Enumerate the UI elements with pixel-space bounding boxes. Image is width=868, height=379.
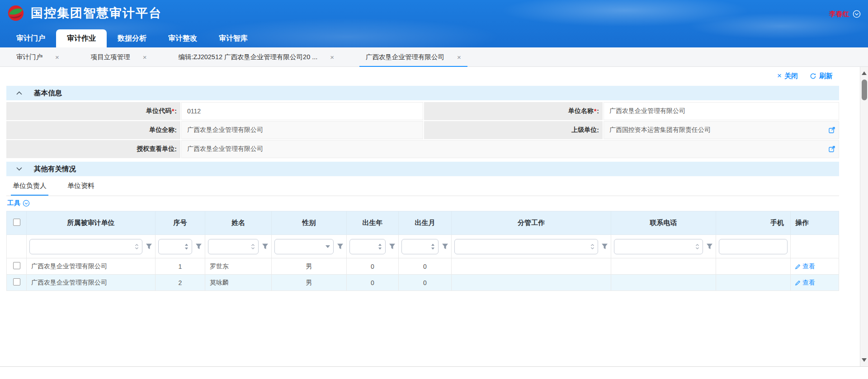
filter-funnel-icon[interactable] — [146, 243, 152, 250]
filter-seq-input[interactable] — [158, 239, 192, 254]
user-menu[interactable]: 李春红 — [829, 8, 861, 19]
filter-funnel-icon[interactable] — [195, 243, 202, 250]
tab-edit-project[interactable]: 编辑:ZJ202512 广西农垦企业管理有限公司20 ... × — [172, 47, 341, 66]
auth-view-unit-field[interactable]: 广西农垦企业管理有限公司 — [181, 140, 839, 158]
row-checkbox[interactable] — [13, 262, 20, 269]
filter-mobile-input[interactable] — [719, 239, 788, 254]
open-external-icon[interactable] — [829, 127, 835, 133]
chevron-up-icon — [16, 91, 22, 95]
unit-code-field[interactable]: 0112 — [181, 102, 423, 120]
filter-birth-month-input[interactable] — [401, 239, 439, 254]
pencil-icon — [795, 264, 801, 269]
cell-seq: 1 — [156, 258, 205, 275]
section-other-info-header[interactable]: 其他有关情况 — [6, 162, 839, 176]
filter-row — [7, 235, 839, 258]
cell-mobile — [716, 258, 791, 275]
cell-birth-year: 0 — [347, 275, 399, 291]
section-title: 基本信息 — [34, 89, 62, 98]
col-birth-month: 出生月 — [399, 211, 452, 235]
app-title: 国控集团智慧审计平台 — [31, 5, 162, 21]
unit-name-label: 单位名称*: — [424, 102, 603, 120]
cell-unit: 广西农垦企业管理有限公司 — [27, 258, 156, 275]
nav-item-data-analysis[interactable]: 数据分析 — [107, 29, 157, 47]
subtab-unit-leaders[interactable]: 单位负责人 — [13, 176, 47, 196]
filter-funnel-icon[interactable] — [337, 243, 344, 250]
subtab-unit-files[interactable]: 单位资料 — [67, 176, 94, 196]
cell-seq: 2 — [156, 275, 205, 291]
col-seq: 序号 — [156, 211, 205, 235]
filter-funnel-icon[interactable] — [262, 243, 269, 250]
parent-unit-label: 上级单位: — [424, 121, 603, 139]
close-icon[interactable]: × — [457, 54, 461, 61]
filter-duty-input[interactable] — [454, 239, 598, 254]
cell-gender: 男 — [272, 258, 347, 275]
nav-item-audit-portal[interactable]: 审计门户 — [5, 29, 56, 47]
close-icon[interactable]: × — [143, 54, 147, 61]
view-button[interactable]: 查看 — [795, 262, 815, 271]
chevron-down-circle-icon — [23, 200, 30, 207]
row-checkbox[interactable] — [13, 278, 20, 285]
scroll-up-arrow[interactable] — [860, 70, 868, 77]
combo-chevrons-icon[interactable] — [251, 243, 255, 250]
close-icon[interactable]: × — [330, 54, 334, 61]
scroll-down-arrow[interactable] — [860, 356, 868, 364]
basic-info-form: 单位代码*: 0112 单位名称*: 广西农垦企业管理有限公司 单位全称: 广西… — [6, 102, 839, 158]
cell-phone — [611, 275, 716, 291]
section-basic-info-header[interactable]: 基本信息 — [6, 86, 839, 100]
filter-funnel-icon[interactable] — [706, 243, 713, 250]
chevron-down-circle-icon — [853, 10, 861, 18]
document-tabbar: 审计门户 × 项目立项管理 × 编辑:ZJ202512 广西农垦企业管理有限公司… — [0, 47, 868, 67]
chevron-down-icon — [16, 167, 22, 171]
filter-funnel-icon[interactable] — [389, 243, 396, 250]
unit-fullname-label: 单位全称: — [6, 121, 180, 139]
view-button[interactable]: 查看 — [795, 279, 815, 287]
unit-name-field[interactable]: 广西农垦企业管理有限公司 — [604, 102, 839, 120]
tab-company-detail[interactable]: 广西农垦企业管理有限公司 × — [359, 47, 467, 66]
nav-item-audit-rectify[interactable]: 审计整改 — [157, 29, 208, 47]
cell-unit: 广西农垦企业管理有限公司 — [27, 275, 156, 291]
refresh-button[interactable]: 刷新 — [810, 71, 833, 80]
filter-funnel-icon[interactable] — [442, 243, 448, 250]
combo-chevrons-icon[interactable] — [135, 243, 139, 250]
table-header-row: 所属被审计单位 序号 姓名 性别 出生年 出生月 分管工作 联系电话 手机 操作 — [7, 211, 839, 235]
vertical-scrollbar[interactable] — [860, 67, 868, 366]
filter-gender-select[interactable] — [274, 239, 334, 254]
tab-project-setup[interactable]: 项目立项管理 × — [85, 47, 153, 66]
col-name: 姓名 — [205, 211, 272, 235]
table-row: 广西农垦企业管理有限公司 2 莫咏麟 男 0 0 查看 — [7, 275, 839, 291]
nav-item-audit-work[interactable]: 审计作业 — [56, 29, 107, 47]
combo-chevrons-icon[interactable] — [590, 243, 594, 250]
unit-code-label: 单位代码*: — [6, 102, 180, 120]
combo-chevrons-icon[interactable] — [695, 243, 699, 250]
caret-down-icon[interactable] — [326, 245, 330, 248]
filter-name-input[interactable] — [208, 239, 259, 254]
spinner-arrows-icon[interactable] — [184, 243, 189, 250]
tools-menu[interactable]: 工具 — [6, 196, 839, 210]
close-icon[interactable]: × — [55, 54, 59, 61]
filter-birth-year-input[interactable] — [349, 239, 386, 254]
open-external-icon[interactable] — [829, 146, 835, 152]
col-unit: 所属被审计单位 — [27, 211, 156, 235]
auth-view-unit-label: 授权查看单位: — [6, 140, 180, 158]
col-mobile: 手机 — [716, 211, 791, 235]
select-all-checkbox[interactable] — [13, 219, 20, 226]
tab-audit-portal[interactable]: 审计门户 × — [10, 47, 66, 66]
cell-mobile — [716, 275, 791, 291]
close-icon: × — [777, 71, 782, 80]
cell-duty — [452, 258, 611, 275]
parent-unit-field[interactable]: 广西国控资本运营集团有限责任公司 — [604, 121, 839, 139]
close-page-button[interactable]: × 关闭 — [777, 71, 798, 80]
user-name: 李春红 — [829, 10, 849, 19]
unit-leaders-table: 所属被审计单位 序号 姓名 性别 出生年 出生月 分管工作 联系电话 手机 操作 — [6, 211, 839, 291]
filter-funnel-icon[interactable] — [601, 243, 608, 250]
scrollbar-thumb[interactable] — [862, 80, 867, 100]
spinner-arrows-icon[interactable] — [378, 243, 382, 250]
spinner-arrows-icon[interactable] — [431, 243, 435, 250]
col-gender: 性别 — [272, 211, 347, 235]
unit-fullname-field[interactable]: 广西农垦企业管理有限公司 — [181, 121, 423, 139]
filter-phone-input[interactable] — [614, 239, 703, 254]
nav-item-audit-kb[interactable]: 审计智库 — [208, 29, 259, 47]
cell-birth-month: 0 — [399, 275, 452, 291]
col-duty: 分管工作 — [452, 211, 611, 235]
filter-unit-input[interactable] — [29, 239, 142, 254]
